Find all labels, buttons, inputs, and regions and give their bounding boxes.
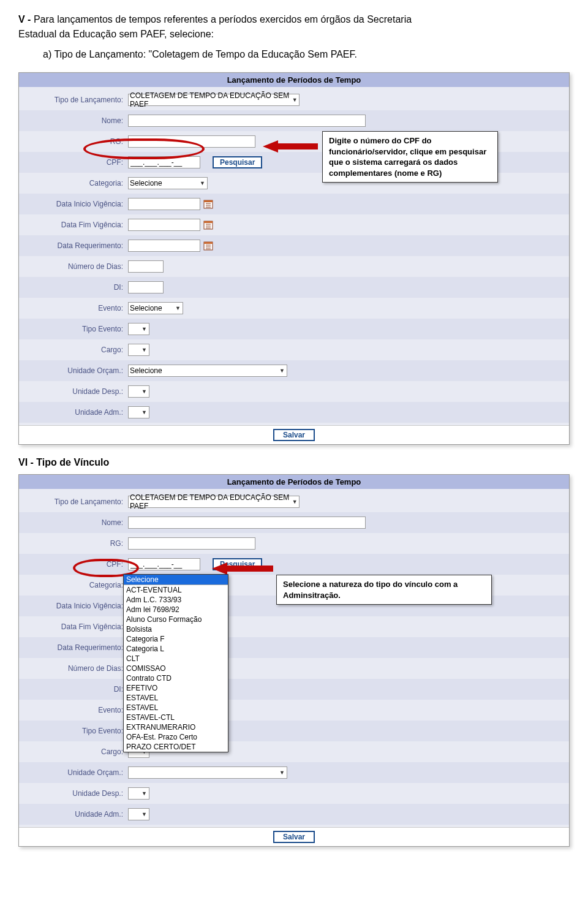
dropdown-option[interactable]: Contrato CTD <box>124 673 228 683</box>
unid-orcam-select[interactable]: Selecione ▼ <box>128 365 287 377</box>
nome-input[interactable] <box>128 115 366 127</box>
evento-select[interactable]: Selecione ▼ <box>128 302 183 314</box>
callout-cpf: Digite o número do CPF do funcionário/se… <box>322 131 498 183</box>
rg-input[interactable] <box>128 135 255 148</box>
label-data-req: Data Requerimento: <box>25 643 128 652</box>
label-evento: Evento: <box>25 706 128 714</box>
salvar-row: Salvar <box>19 827 569 846</box>
label-tipo-evento: Tipo Evento: <box>25 325 128 333</box>
tipo-evento-select[interactable]: ▼ <box>128 323 149 335</box>
form-1: Lançamento de Períodos de Tempo Tipo de … <box>18 72 570 445</box>
cargo-select[interactable]: ▼ <box>128 344 149 356</box>
intro-line2: Estadual da Educação sem PAEF, selecione… <box>18 29 214 39</box>
categoria-select[interactable]: Selecione ▼ <box>128 177 208 189</box>
chevron-down-icon: ▼ <box>140 325 149 334</box>
pesquisar-button[interactable]: Pesquisar <box>213 156 262 168</box>
tipo-lancamento-select[interactable]: COLETAGEM DE TEMPO DA EDUCAÇÃO SEM PAEF … <box>128 496 300 508</box>
label-num-dias: Número de Dias: <box>25 262 128 271</box>
label-data-fim: Data Fim Vigência: <box>25 221 128 229</box>
label-tipo-lancamento: Tipo de Lançamento: <box>25 498 128 506</box>
chevron-down-icon: ▼ <box>140 789 149 798</box>
dropdown-option[interactable]: ACT-EVENTUAL <box>124 585 228 595</box>
dropdown-option[interactable]: CLT <box>124 654 228 664</box>
data-fim-input[interactable] <box>128 219 200 231</box>
label-cpf: CPF: <box>25 158 128 167</box>
dropdown-option-highlighted[interactable]: Selecione <box>124 575 228 585</box>
cpf-input[interactable] <box>128 558 200 570</box>
chevron-down-icon: ▼ <box>277 366 287 376</box>
dropdown-option[interactable]: ESTAVEL <box>124 693 228 703</box>
tipo-lancamento-value: COLETAGEM DE TEMPO DA EDUCAÇÃO SEM PAEF <box>130 91 291 108</box>
label-num-dias: Número de Dias: <box>25 664 128 673</box>
unid-orcam-select[interactable]: ▼ <box>128 766 287 779</box>
label-categoria: Categoria: <box>25 581 128 589</box>
dropdown-option[interactable]: Bolsista <box>124 624 228 634</box>
label-rg: RG: <box>25 137 128 146</box>
dropdown-option[interactable]: ESTAVEL <box>124 703 228 713</box>
cpf-input[interactable] <box>128 156 200 168</box>
calendar-icon[interactable] <box>203 220 213 230</box>
dropdown-option[interactable]: Adm lei 7698/92 <box>124 605 228 615</box>
salvar-button[interactable]: Salvar <box>273 429 315 441</box>
tipo-lancamento-select[interactable]: COLETAGEM DE TEMPO DA EDUCAÇÃO SEM PAEF … <box>128 94 300 106</box>
intro-paragraph: V - Para lançamentos de tempos referente… <box>18 12 570 42</box>
categoria-dropdown-open[interactable]: Selecione ACT-EVENTUAL Adm L.C. 733/93 A… <box>123 574 228 752</box>
intro-prefix-bold: V - <box>18 14 34 25</box>
label-tipo-evento: Tipo Evento: <box>25 727 128 735</box>
calendar-icon[interactable] <box>203 199 213 209</box>
dropdown-option[interactable]: COMISSAO <box>124 664 228 673</box>
dropdown-option[interactable]: Categoria F <box>124 634 228 644</box>
label-data-req: Data Requerimento: <box>25 241 128 250</box>
unid-orcam-value: Selecione <box>130 366 162 375</box>
chevron-down-icon: ▼ <box>291 96 299 105</box>
dropdown-option[interactable]: Categoria L <box>124 644 228 654</box>
label-evento: Evento: <box>25 304 128 312</box>
dropdown-option[interactable]: ESTAVEL-CTL <box>124 713 228 722</box>
intro-line1: Para lançamentos de tempos referentes a … <box>34 14 412 25</box>
unid-adm-select[interactable]: ▼ <box>128 406 149 418</box>
dropdown-option[interactable]: EFETIVO <box>124 683 228 693</box>
salvar-button[interactable]: Salvar <box>273 831 315 843</box>
label-data-fim: Data Fim Vigência: <box>25 622 128 631</box>
label-categoria: Categoria: <box>25 179 128 187</box>
label-di: DI: <box>25 685 128 694</box>
label-data-inicio: Data Inicio Vigência: <box>25 200 128 208</box>
label-cargo: Cargo: <box>25 346 128 354</box>
unid-adm-select[interactable]: ▼ <box>128 808 149 820</box>
num-dias-input[interactable] <box>128 260 164 273</box>
chevron-down-icon: ▼ <box>140 408 149 417</box>
chevron-down-icon: ▼ <box>291 498 299 507</box>
calendar-icon[interactable] <box>203 241 213 251</box>
categoria-value: Selecione <box>130 179 162 187</box>
label-unid-adm: Unidade Adm.: <box>25 408 128 417</box>
dropdown-option[interactable]: Aluno Curso Formação <box>124 615 228 624</box>
form-title: Lançamento de Períodos de Tempo <box>19 73 569 87</box>
chevron-down-icon: ▼ <box>198 179 207 188</box>
dropdown-option[interactable]: Adm L.C. 733/93 <box>124 595 228 605</box>
pesquisar-button[interactable]: Pesquisar <box>213 558 262 570</box>
section-heading-vi: VI - Tipo de Vínculo <box>18 457 570 468</box>
label-unid-orcam: Unidade Orçam.: <box>25 366 128 375</box>
dropdown-option[interactable]: EXTRANUMERARIO <box>124 722 228 732</box>
data-inicio-input[interactable] <box>128 198 200 210</box>
di-input[interactable] <box>128 281 164 293</box>
label-nome: Nome: <box>25 518 128 527</box>
unid-desp-select[interactable]: ▼ <box>128 385 149 398</box>
data-req-input[interactable] <box>128 240 200 252</box>
unid-desp-select[interactable]: ▼ <box>128 787 149 800</box>
list-item-a: a) Tipo de Lançamento: "Coletagem de Tem… <box>43 49 570 60</box>
form-title: Lançamento de Períodos de Tempo <box>19 475 569 489</box>
dropdown-option[interactable]: PRAZO CERTO/DET <box>124 742 228 752</box>
chevron-down-icon: ▼ <box>140 387 149 396</box>
tipo-lancamento-value: COLETAGEM DE TEMPO DA EDUCAÇÃO SEM PAEF <box>130 493 291 510</box>
form-body: Tipo de Lançamento: COLETAGEM DE TEMPO D… <box>19 87 569 425</box>
svg-rect-11 <box>204 242 213 244</box>
label-unid-orcam: Unidade Orçam.: <box>25 768 128 777</box>
svg-rect-6 <box>204 221 213 223</box>
label-unid-desp: Unidade Desp.: <box>25 789 128 798</box>
label-cpf: CPF: <box>25 560 128 569</box>
salvar-row: Salvar <box>19 425 569 444</box>
rg-input[interactable] <box>128 537 255 550</box>
dropdown-option[interactable]: OFA-Est. Prazo Certo <box>124 732 228 742</box>
nome-input[interactable] <box>128 516 366 529</box>
